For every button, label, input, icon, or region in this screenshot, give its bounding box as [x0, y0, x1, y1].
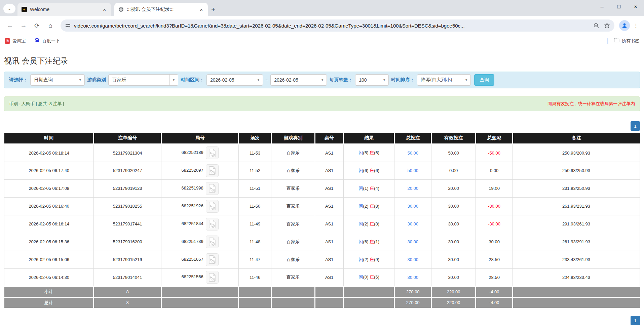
col-time: 时间 [4, 133, 94, 144]
col-result: 结果 [344, 133, 394, 144]
table-code: AS1 [315, 144, 344, 162]
session: 11-47 [239, 251, 271, 268]
close-window-button[interactable]: ✕ [627, 0, 644, 13]
remark: 233.43/261.93 [513, 251, 640, 268]
date-start-select[interactable]: 2026-02-05 ▼ [206, 74, 263, 86]
url-text[interactable]: videoie.com/game/betrecord_search/kind3?… [74, 23, 591, 29]
bet-id: 523179021304 [94, 144, 161, 162]
tab-betrecord[interactable]: :::视讯 会员下注纪录::: × [114, 3, 208, 16]
game-kind: 百家乐 [271, 197, 315, 215]
address-bar[interactable]: videoie.com/game/betrecord_search/kind3?… [61, 19, 614, 32]
bet-id: 523179017441 [94, 215, 161, 233]
remark: 231.93/250.93 [513, 179, 640, 197]
page-title: 视讯 会员下注纪录 [4, 56, 640, 66]
summary-info-bar: 币别 : 人民币 | 总共 :8 注单 | 同局有效投注，统一计算在该局第一张注… [4, 96, 640, 111]
minimize-button[interactable]: ─ [594, 0, 610, 13]
remark: 291.93/261.93 [513, 215, 640, 233]
video-replay-button[interactable] [206, 164, 219, 177]
total-payout: -4.00 [476, 297, 513, 308]
video-replay-button[interactable] [206, 200, 219, 213]
payout: -30.00 [476, 215, 513, 233]
payout: 28.50 [476, 251, 513, 268]
video-replay-button[interactable] [206, 146, 219, 159]
round-id: 682251566 [161, 268, 239, 286]
game-kind: 百家乐 [271, 233, 315, 251]
new-tab-button[interactable]: + [211, 6, 215, 13]
bet-row: 2026-02-05 06:17:08523179019123682251998… [4, 179, 640, 197]
subtotal-payout: -4.00 [476, 286, 513, 297]
subtotal-total-bet: 270.00 [394, 286, 431, 297]
bet-time: 2026-02-05 06:17:08 [4, 179, 94, 197]
total-bet-link[interactable]: 30.00 [394, 268, 431, 286]
total-bet-link[interactable]: 30.00 [394, 251, 431, 268]
back-icon[interactable]: ← [3, 19, 17, 32]
total-bet-link[interactable]: 50.00 [394, 162, 431, 179]
round-id: 682252097 [161, 162, 239, 179]
table-code: AS1 [315, 179, 344, 197]
bet-time: 2026-02-05 06:16:14 [4, 215, 94, 233]
bet-row: 2026-02-05 06:15:06523179015219682251657… [4, 251, 640, 268]
tab-search-chevron-icon[interactable]: ⌄ [3, 4, 15, 13]
remark: 204.93/233.43 [513, 268, 640, 286]
video-replay-button[interactable] [206, 182, 219, 195]
globe-favicon-icon [118, 7, 124, 12]
remark: 250.93/250.93 [513, 162, 640, 179]
bet-time: 2026-02-05 06:15:06 [4, 251, 94, 268]
total-bet-link[interactable]: 20.00 [394, 179, 431, 197]
video-replay-button[interactable] [206, 271, 219, 284]
game-kind: 百家乐 [271, 179, 315, 197]
col-total-bet: 总投注 [394, 133, 431, 144]
remark: 261.93/231.93 [513, 197, 640, 215]
tab-close-icon[interactable]: × [101, 6, 108, 13]
total-bet-link[interactable]: 50.00 [394, 144, 431, 162]
date-end-select[interactable]: 2026-02-05 ▼ [270, 74, 327, 86]
browser-toolbar: ← → ⟳ ⌂ videoie.com/game/betrecord_searc… [0, 16, 644, 35]
total-bet-link[interactable]: 30.00 [394, 197, 431, 215]
all-bookmarks-button[interactable]: 所有书签 [614, 38, 639, 44]
browser-menu-icon[interactable]: ⋮ [631, 20, 641, 31]
sort-select[interactable]: 降幂(由大到小) ▼ [417, 74, 471, 86]
result: 闲(6) 庄(6) [344, 162, 394, 179]
reload-icon[interactable]: ⟳ [30, 19, 44, 32]
session: 11-53 [239, 144, 271, 162]
game-kind-label: 游戏类别 [87, 77, 106, 83]
site-info-icon[interactable] [65, 23, 71, 28]
pagination-bottom: 1 [4, 316, 640, 325]
video-replay-button[interactable] [206, 236, 219, 248]
bookmark-aitaobao[interactable]: 淘 爱淘宝 [5, 38, 26, 44]
per-page-select[interactable]: 100 ▼ [355, 74, 389, 86]
total-bet-link[interactable]: 30.00 [394, 215, 431, 233]
chevron-down-icon: ▼ [169, 75, 178, 85]
game-kind: 百家乐 [271, 268, 315, 286]
window-controls: ─ ☐ ✕ [594, 0, 644, 13]
search-button[interactable]: 查询 [474, 74, 494, 86]
sort-label: 时间排序： [391, 77, 415, 83]
total-label: 总计 [4, 297, 94, 308]
table-body: 2026-02-05 06:18:14523179021304682252189… [4, 144, 640, 286]
video-replay-button[interactable] [206, 253, 219, 266]
valid-bet: 30.00 [431, 251, 476, 268]
page-1-button[interactable]: 1 [631, 316, 640, 325]
tab-close-icon[interactable]: × [198, 6, 204, 13]
bet-time: 2026-02-05 06:16:40 [4, 197, 94, 215]
forward-icon[interactable]: → [17, 19, 30, 32]
bet-record-table: 时间 注单编号 局号 场次 游戏类别 桌号 结果 总投注 有效投注 总派彩 备注… [4, 133, 640, 308]
bookmark-baidu[interactable]: 百度一下 [34, 37, 60, 44]
maximize-button[interactable]: ☐ [610, 0, 627, 13]
table-header: 时间 注单编号 局号 场次 游戏类别 桌号 结果 总投注 有效投注 总派彩 备注 [4, 133, 640, 144]
session: 11-48 [239, 233, 271, 251]
page-1-button[interactable]: 1 [631, 121, 640, 131]
query-type-select[interactable]: 日期查询 ▼ [30, 74, 85, 86]
game-kind-select[interactable]: 百家乐 ▼ [108, 74, 178, 86]
bet-row: 2026-02-05 06:18:14523179021304682252189… [4, 144, 640, 162]
bookmark-star-icon[interactable] [602, 20, 612, 31]
tab-welcome[interactable]: ✦ Welcome × [17, 3, 111, 16]
profile-avatar[interactable] [619, 20, 630, 31]
home-icon[interactable]: ⌂ [44, 19, 57, 32]
zoom-out-icon[interactable] [591, 20, 602, 31]
currency-total-text: 币别 : 人民币 | 总共 :8 注单 | [9, 101, 64, 107]
total-bet-link[interactable]: 30.00 [394, 233, 431, 251]
video-replay-button[interactable] [206, 218, 219, 230]
taobao-icon: 淘 [5, 38, 10, 44]
game-kind: 百家乐 [271, 251, 315, 268]
